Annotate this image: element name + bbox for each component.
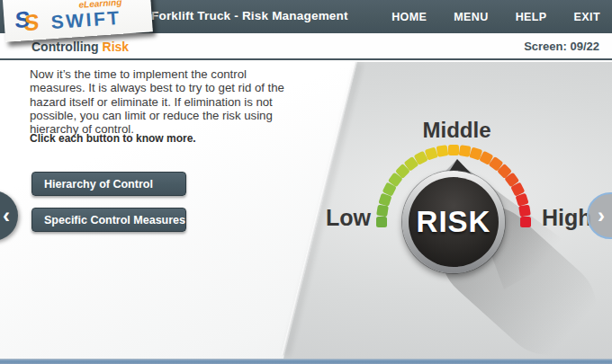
logo-brand-label: SWIFT	[50, 7, 122, 32]
slide: Forklift Truck - Risk Management HOME ME…	[0, 0, 612, 364]
gauge-label-middle: Middle	[400, 118, 513, 143]
page-title: Controlling Risk	[32, 40, 129, 54]
hierarchy-of-control-button[interactable]: Hierarchy of Control	[32, 172, 186, 196]
page-title-accent: Risk	[103, 40, 130, 54]
bottom-accent-bar	[0, 359, 612, 364]
gauge-label-low: Low	[304, 205, 371, 231]
risk-knob[interactable]: RISK	[402, 171, 505, 273]
logo-mark-s2: S	[23, 9, 40, 36]
body-text: Now it’s the time to implement the contr…	[30, 67, 300, 136]
logo-text: eLearning SWIFT	[50, 7, 122, 33]
nav-menu[interactable]: MENU	[454, 11, 488, 23]
gauge-segment	[520, 217, 531, 227]
gauge-segment	[376, 217, 387, 227]
risk-knob-face: RISK	[409, 177, 499, 267]
risk-knob-label: RISK	[417, 205, 491, 239]
gauge-segment	[376, 205, 389, 218]
gauge-label-high: High	[542, 205, 592, 231]
slide-content: Now it’s the time to implement the contr…	[0, 62, 612, 359]
nav-help[interactable]: HELP	[516, 11, 547, 23]
instruction-text: Click each button to know more.	[30, 132, 196, 145]
swift-logo-icon: S S	[14, 6, 49, 35]
course-title: Forklift Truck - Risk Management	[151, 9, 348, 22]
gauge-segment	[518, 205, 531, 218]
page-title-main: Controlling	[32, 40, 99, 54]
chevron-right-icon: ›	[598, 205, 605, 226]
nav-exit[interactable]: EXIT	[574, 11, 600, 23]
specific-control-measures-button[interactable]: Specific Control Measures	[32, 208, 186, 232]
main-nav: HOME MENU HELP EXIT	[392, 0, 600, 33]
nav-home[interactable]: HOME	[392, 11, 427, 23]
prev-button[interactable]: ‹	[0, 191, 18, 241]
chevron-left-icon: ‹	[3, 205, 10, 226]
screen-counter: Screen: 09/22	[524, 40, 599, 53]
topic-bar: Controlling Risk Screen: 09/22	[0, 33, 612, 60]
